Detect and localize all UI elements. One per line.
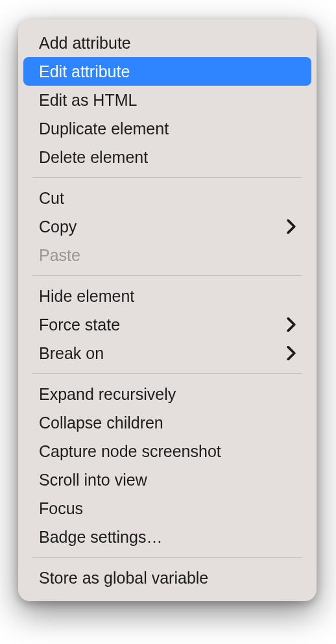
menu-item-hide-element[interactable]: Hide element: [23, 282, 311, 310]
menu-item-focus[interactable]: Focus: [23, 494, 311, 523]
menu-item-edit-attribute[interactable]: Edit attribute: [23, 57, 311, 86]
menu-item-label: Scroll into view: [39, 471, 296, 489]
menu-item-duplicate-element[interactable]: Duplicate element: [23, 114, 311, 143]
menu-item-label: Edit as HTML: [39, 91, 296, 110]
chevron-right-icon: [287, 222, 296, 231]
menu-item-collapse-children[interactable]: Collapse children: [23, 408, 311, 437]
menu-item-paste: Paste: [23, 241, 311, 269]
menu-item-label: Delete element: [39, 148, 296, 167]
menu-item-label: Badge settings…: [39, 528, 296, 547]
menu-item-label: Paste: [39, 246, 296, 265]
chevron-right-icon: [287, 349, 296, 358]
menu-item-store-as-global-variable[interactable]: Store as global variable: [23, 564, 311, 592]
menu-item-badge-settings[interactable]: Badge settings…: [23, 523, 311, 551]
menu-item-label: Copy: [39, 217, 282, 236]
menu-item-scroll-into-view[interactable]: Scroll into view: [23, 465, 311, 494]
menu-item-label: Collapse children: [39, 414, 296, 432]
menu-item-label: Hide element: [39, 287, 296, 306]
menu-item-copy[interactable]: Copy: [23, 212, 311, 241]
menu-divider: [32, 177, 302, 178]
chevron-right-icon: [287, 320, 296, 329]
context-menu: Add attributeEdit attributeEdit as HTMLD…: [18, 19, 317, 601]
menu-item-break-on[interactable]: Break on: [23, 339, 311, 367]
menu-item-edit-as-html[interactable]: Edit as HTML: [23, 86, 311, 114]
menu-item-label: Focus: [39, 499, 296, 518]
menu-divider: [32, 373, 302, 374]
menu-item-force-state[interactable]: Force state: [23, 310, 311, 339]
menu-item-label: Force state: [39, 316, 282, 334]
menu-item-delete-element[interactable]: Delete element: [23, 143, 311, 171]
menu-item-label: Store as global variable: [39, 569, 296, 588]
menu-item-label: Expand recursively: [39, 385, 296, 404]
menu-item-cut[interactable]: Cut: [23, 184, 311, 212]
menu-divider: [32, 275, 302, 276]
menu-divider: [32, 557, 302, 558]
menu-item-capture-node-screenshot[interactable]: Capture node screenshot: [23, 437, 311, 465]
menu-item-label: Duplicate element: [39, 119, 296, 138]
menu-item-label: Capture node screenshot: [39, 442, 296, 461]
menu-item-add-attribute[interactable]: Add attribute: [23, 29, 311, 57]
menu-item-label: Break on: [39, 344, 282, 363]
menu-item-expand-recursively[interactable]: Expand recursively: [23, 380, 311, 408]
menu-item-label: Add attribute: [39, 34, 296, 53]
menu-item-label: Cut: [39, 189, 296, 208]
menu-item-label: Edit attribute: [39, 62, 296, 81]
